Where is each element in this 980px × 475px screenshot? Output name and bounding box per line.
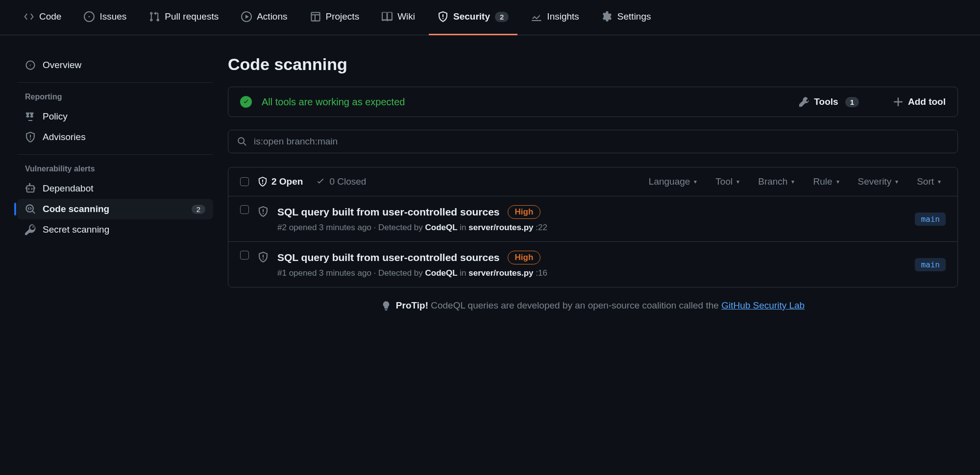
severity-badge: High	[508, 251, 541, 264]
filter-tool[interactable]: Tool▾	[710, 176, 744, 187]
add-tool-button[interactable]: Add tool	[893, 96, 946, 107]
wrench-icon	[799, 97, 809, 107]
tab-label: Settings	[617, 11, 651, 22]
branch-badge: main	[915, 213, 946, 226]
tab-label: Wiki	[397, 11, 415, 22]
tab-settings[interactable]: Settings	[593, 0, 660, 35]
protip-label: ProTip!	[396, 300, 428, 310]
page-title: Code scanning	[228, 55, 958, 74]
tab-label: Issues	[99, 11, 126, 22]
tool-status-bar: All tools are working as expected Tools …	[228, 87, 958, 117]
sidebar-item-secret-scanning[interactable]: Secret scanning	[17, 219, 213, 240]
alert-meta: #1 opened 3 minutes ago · Detected by Co…	[277, 268, 906, 278]
tab-pull-requests[interactable]: Pull requests	[140, 0, 227, 35]
sidebar-item-overview[interactable]: Overview	[17, 55, 213, 75]
gear-icon	[602, 11, 612, 22]
filter-severity[interactable]: Severity▾	[853, 176, 904, 187]
closed-count-label: 0 Closed	[329, 176, 366, 187]
search-input[interactable]	[254, 136, 949, 147]
check-icon	[316, 177, 325, 187]
chevron-down-icon: ▾	[791, 178, 794, 185]
code-scanning-count: 2	[192, 205, 205, 214]
security-sidebar: Overview Reporting Policy Advisories Vul…	[17, 55, 213, 311]
divider	[17, 82, 213, 83]
issue-icon	[84, 11, 95, 22]
git-pull-request-icon	[149, 11, 160, 22]
protip: ProTip! CodeQL queries are developed by …	[228, 300, 958, 311]
alert-meta: #2 opened 3 minutes ago · Detected by Co…	[277, 223, 906, 233]
shield-alert-icon	[258, 177, 268, 187]
tab-label: Actions	[257, 11, 287, 22]
table-icon	[310, 11, 321, 22]
law-icon	[25, 111, 36, 122]
check-circle-icon	[240, 96, 252, 108]
meter-icon	[25, 60, 36, 71]
shield-alert-icon	[258, 206, 269, 217]
dependabot-icon	[25, 183, 36, 194]
protip-link[interactable]: GitHub Security Lab	[721, 300, 805, 310]
sidebar-item-advisories[interactable]: Advisories	[17, 127, 213, 147]
divider	[17, 154, 213, 155]
add-tool-label: Add tool	[908, 96, 946, 107]
tools-label: Tools	[814, 96, 838, 107]
sidebar-section-reporting: Reporting	[17, 90, 213, 106]
shield-icon	[25, 132, 36, 142]
filter-branch[interactable]: Branch▾	[753, 176, 799, 187]
tab-issues[interactable]: Issues	[75, 0, 135, 35]
tab-projects[interactable]: Projects	[301, 0, 368, 35]
chevron-down-icon: ▾	[736, 178, 739, 185]
tools-count: 1	[845, 97, 859, 107]
tab-label: Insights	[547, 11, 579, 22]
sidebar-section-vuln: Vulnerability alerts	[17, 162, 213, 178]
sidebar-label: Advisories	[43, 132, 86, 142]
filter-sort[interactable]: Sort▾	[912, 176, 946, 187]
sidebar-item-policy[interactable]: Policy	[17, 106, 213, 127]
closed-tab[interactable]: 0 Closed	[316, 176, 366, 187]
tab-code[interactable]: Code	[15, 0, 70, 35]
alert-row[interactable]: SQL query built from user-controlled sou…	[228, 242, 957, 287]
branch-badge: main	[915, 258, 946, 271]
tab-insights[interactable]: Insights	[522, 0, 588, 35]
open-count-label: 2 Open	[271, 176, 303, 187]
select-all-checkbox[interactable]	[240, 177, 249, 186]
alert-title: SQL query built from user-controlled sou…	[277, 206, 500, 218]
chevron-down-icon: ▾	[938, 178, 941, 185]
key-icon	[25, 224, 36, 235]
alert-list: 2 Open 0 Closed Language▾ Tool▾ Branch▾ …	[228, 167, 958, 287]
shield-icon	[438, 11, 448, 22]
search-box[interactable]	[228, 130, 958, 153]
search-icon	[237, 137, 247, 146]
alert-checkbox[interactable]	[240, 205, 249, 214]
alert-row[interactable]: SQL query built from user-controlled sou…	[228, 196, 957, 242]
tab-wiki[interactable]: Wiki	[373, 0, 424, 35]
tab-security[interactable]: Security 2	[429, 0, 517, 35]
tab-label: Projects	[326, 11, 360, 22]
chevron-down-icon: ▾	[694, 178, 697, 185]
code-icon	[24, 11, 34, 22]
security-count-badge: 2	[495, 12, 509, 22]
shield-alert-icon	[258, 252, 269, 262]
chevron-down-icon: ▾	[836, 178, 839, 185]
sidebar-item-dependabot[interactable]: Dependabot	[17, 178, 213, 199]
tab-label: Code	[39, 11, 61, 22]
tab-actions[interactable]: Actions	[232, 0, 296, 35]
status-text: All tools are working as expected	[262, 96, 405, 108]
book-icon	[382, 11, 392, 22]
play-icon	[241, 11, 252, 22]
protip-text: CodeQL queries are developed by an open-…	[428, 300, 721, 310]
filter-rule[interactable]: Rule▾	[808, 176, 844, 187]
alert-title: SQL query built from user-controlled sou…	[277, 252, 500, 263]
sidebar-item-code-scanning[interactable]: Code scanning 2	[17, 199, 213, 219]
lightbulb-icon	[381, 301, 391, 310]
sidebar-label: Policy	[43, 111, 68, 122]
repo-nav: Code Issues Pull requests Actions Projec…	[0, 0, 980, 35]
tab-label: Security	[453, 11, 490, 22]
open-tab[interactable]: 2 Open	[258, 176, 303, 187]
alert-checkbox[interactable]	[240, 251, 249, 260]
tools-dropdown[interactable]: Tools 1	[799, 96, 859, 107]
codescan-icon	[25, 204, 36, 214]
sidebar-label: Secret scanning	[43, 224, 109, 235]
chevron-down-icon: ▾	[895, 178, 898, 185]
filter-language[interactable]: Language▾	[644, 176, 702, 187]
graph-icon	[531, 11, 542, 22]
